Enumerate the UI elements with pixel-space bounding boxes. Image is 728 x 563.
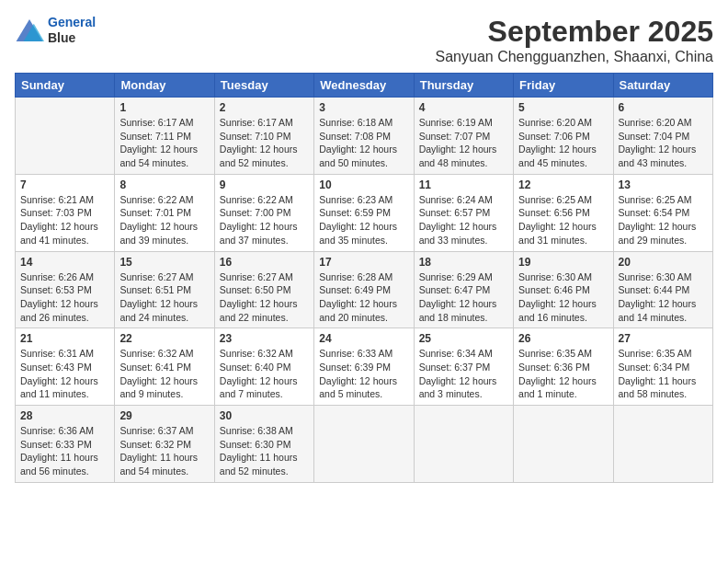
week-row-5: 28Sunrise: 6:36 AMSunset: 6:33 PMDayligh… [16, 406, 713, 483]
day-cell: 25Sunrise: 6:34 AMSunset: 6:37 PMDayligh… [414, 328, 513, 406]
day-cell: 6Sunrise: 6:20 AMSunset: 7:04 PMDaylight… [613, 98, 712, 175]
day-cell: 24Sunrise: 6:33 AMSunset: 6:39 PMDayligh… [314, 328, 414, 406]
day-number: 12 [518, 178, 608, 191]
day-number: 27 [619, 332, 708, 345]
day-number: 18 [419, 256, 508, 269]
day-number: 7 [20, 178, 109, 191]
header-friday: Friday [514, 74, 613, 98]
day-cell [314, 406, 414, 483]
header: General Blue September 2025 Sanyuan Chen… [15, 15, 713, 65]
day-info: Sunrise: 6:20 AMSunset: 7:06 PMDaylight:… [518, 116, 608, 170]
title-area: September 2025 Sanyuan Chengguanzhen, Sh… [436, 15, 713, 65]
day-number: 11 [419, 178, 508, 191]
day-number: 8 [119, 178, 209, 191]
day-info: Sunrise: 6:25 AMSunset: 6:54 PMDaylight:… [619, 193, 708, 247]
day-cell: 4Sunrise: 6:19 AMSunset: 7:07 PMDaylight… [414, 98, 513, 175]
day-cell: 2Sunrise: 6:17 AMSunset: 7:10 PMDaylight… [214, 98, 313, 175]
location-title: Sanyuan Chengguanzhen, Shaanxi, China [436, 49, 713, 65]
day-info: Sunrise: 6:19 AMSunset: 7:07 PMDaylight:… [419, 116, 508, 170]
day-number: 1 [119, 101, 209, 114]
day-number: 2 [220, 101, 309, 114]
day-info: Sunrise: 6:23 AMSunset: 6:59 PMDaylight:… [319, 193, 408, 247]
day-number: 3 [319, 101, 408, 114]
day-number: 6 [619, 101, 708, 114]
day-number: 20 [619, 256, 708, 269]
day-info: Sunrise: 6:26 AMSunset: 6:53 PMDaylight:… [20, 270, 109, 325]
day-info: Sunrise: 6:36 AMSunset: 6:33 PMDaylight:… [20, 424, 109, 478]
day-cell: 20Sunrise: 6:30 AMSunset: 6:44 PMDayligh… [613, 251, 712, 328]
logo-line1: General [48, 15, 96, 29]
day-cell: 23Sunrise: 6:32 AMSunset: 6:40 PMDayligh… [214, 328, 313, 406]
header-saturday: Saturday [613, 74, 712, 98]
header-wednesday: Wednesday [314, 74, 414, 98]
day-cell: 16Sunrise: 6:27 AMSunset: 6:50 PMDayligh… [214, 251, 313, 328]
header-thursday: Thursday [414, 74, 513, 98]
day-cell [613, 406, 712, 483]
day-info: Sunrise: 6:22 AMSunset: 7:01 PMDaylight:… [119, 193, 209, 247]
day-cell: 1Sunrise: 6:17 AMSunset: 7:11 PMDaylight… [115, 98, 214, 175]
day-info: Sunrise: 6:28 AMSunset: 6:49 PMDaylight:… [319, 270, 408, 325]
day-number: 26 [518, 332, 608, 345]
week-row-4: 21Sunrise: 6:31 AMSunset: 6:43 PMDayligh… [16, 328, 713, 406]
day-cell: 19Sunrise: 6:30 AMSunset: 6:46 PMDayligh… [514, 251, 613, 328]
day-number: 25 [419, 332, 508, 345]
day-info: Sunrise: 6:18 AMSunset: 7:08 PMDaylight:… [319, 116, 408, 170]
header-tuesday: Tuesday [214, 74, 313, 98]
day-info: Sunrise: 6:30 AMSunset: 6:44 PMDaylight:… [619, 270, 708, 325]
day-cell: 30Sunrise: 6:38 AMSunset: 6:30 PMDayligh… [214, 406, 313, 483]
day-info: Sunrise: 6:27 AMSunset: 6:51 PMDaylight:… [119, 270, 209, 325]
day-number: 22 [119, 332, 209, 345]
day-number: 28 [20, 409, 109, 422]
day-number: 13 [619, 178, 708, 191]
day-cell: 29Sunrise: 6:37 AMSunset: 6:32 PMDayligh… [115, 406, 214, 483]
day-number: 5 [518, 101, 608, 114]
day-info: Sunrise: 6:21 AMSunset: 7:03 PMDaylight:… [20, 193, 109, 247]
day-cell: 10Sunrise: 6:23 AMSunset: 6:59 PMDayligh… [314, 174, 414, 251]
calendar: SundayMondayTuesdayWednesdayThursdayFrid… [15, 73, 713, 483]
day-info: Sunrise: 6:35 AMSunset: 6:36 PMDaylight:… [518, 347, 608, 401]
day-number: 9 [220, 178, 309, 191]
calendar-header-row: SundayMondayTuesdayWednesdayThursdayFrid… [16, 74, 713, 98]
day-cell: 3Sunrise: 6:18 AMSunset: 7:08 PMDaylight… [314, 98, 414, 175]
day-info: Sunrise: 6:30 AMSunset: 6:46 PMDaylight:… [518, 270, 608, 325]
day-cell: 28Sunrise: 6:36 AMSunset: 6:33 PMDayligh… [16, 406, 115, 483]
logo: General Blue [15, 15, 96, 46]
day-cell: 14Sunrise: 6:26 AMSunset: 6:53 PMDayligh… [16, 251, 115, 328]
day-cell: 11Sunrise: 6:24 AMSunset: 6:57 PMDayligh… [414, 174, 513, 251]
day-info: Sunrise: 6:37 AMSunset: 6:32 PMDaylight:… [119, 424, 209, 478]
day-number: 19 [518, 256, 608, 269]
day-cell: 5Sunrise: 6:20 AMSunset: 7:06 PMDaylight… [514, 98, 613, 175]
day-info: Sunrise: 6:32 AMSunset: 6:40 PMDaylight:… [220, 347, 309, 401]
day-info: Sunrise: 6:29 AMSunset: 6:47 PMDaylight:… [419, 270, 508, 325]
day-info: Sunrise: 6:32 AMSunset: 6:41 PMDaylight:… [119, 347, 209, 401]
day-number: 16 [220, 256, 309, 269]
day-cell: 9Sunrise: 6:22 AMSunset: 7:00 PMDaylight… [214, 174, 313, 251]
day-number: 10 [319, 178, 408, 191]
day-info: Sunrise: 6:22 AMSunset: 7:00 PMDaylight:… [220, 193, 309, 247]
month-title: September 2025 [436, 15, 713, 49]
day-number: 29 [119, 409, 209, 422]
day-cell: 22Sunrise: 6:32 AMSunset: 6:41 PMDayligh… [115, 328, 214, 406]
day-cell: 7Sunrise: 6:21 AMSunset: 7:03 PMDaylight… [16, 174, 115, 251]
day-cell: 26Sunrise: 6:35 AMSunset: 6:36 PMDayligh… [514, 328, 613, 406]
day-info: Sunrise: 6:31 AMSunset: 6:43 PMDaylight:… [20, 347, 109, 401]
day-info: Sunrise: 6:17 AMSunset: 7:11 PMDaylight:… [119, 116, 209, 170]
logo-icon [15, 17, 44, 43]
day-cell: 18Sunrise: 6:29 AMSunset: 6:47 PMDayligh… [414, 251, 513, 328]
day-number: 17 [319, 256, 408, 269]
logo-text: General Blue [48, 15, 96, 46]
day-number: 23 [220, 332, 309, 345]
day-info: Sunrise: 6:17 AMSunset: 7:10 PMDaylight:… [220, 116, 309, 170]
day-info: Sunrise: 6:25 AMSunset: 6:56 PMDaylight:… [518, 193, 608, 247]
week-row-2: 7Sunrise: 6:21 AMSunset: 7:03 PMDaylight… [16, 174, 713, 251]
day-info: Sunrise: 6:38 AMSunset: 6:30 PMDaylight:… [220, 424, 309, 478]
day-number: 30 [220, 409, 309, 422]
header-sunday: Sunday [16, 74, 115, 98]
day-cell: 8Sunrise: 6:22 AMSunset: 7:01 PMDaylight… [115, 174, 214, 251]
day-number: 21 [20, 332, 109, 345]
day-cell [414, 406, 513, 483]
day-number: 14 [20, 256, 109, 269]
day-info: Sunrise: 6:27 AMSunset: 6:50 PMDaylight:… [220, 270, 309, 325]
header-monday: Monday [115, 74, 214, 98]
day-number: 15 [119, 256, 209, 269]
